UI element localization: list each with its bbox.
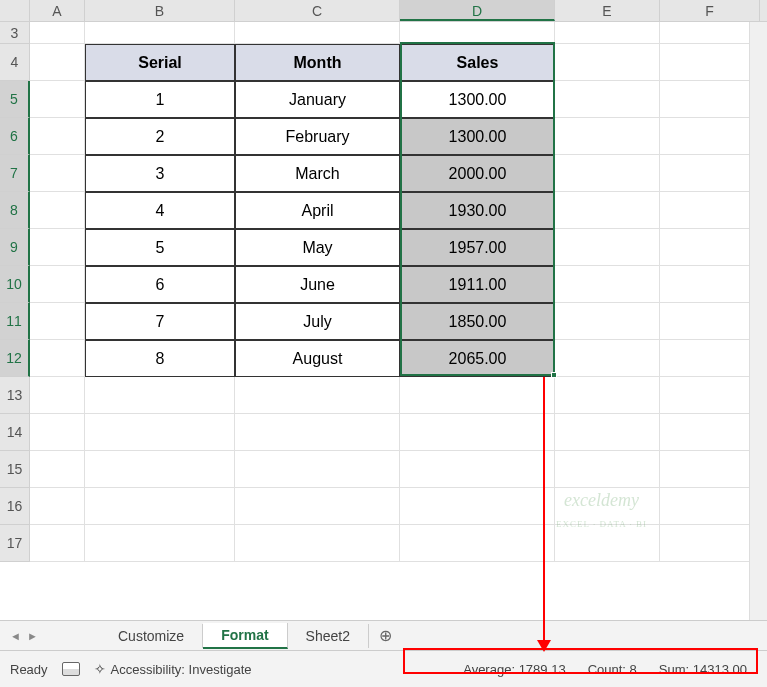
col-header-D[interactable]: D [400,0,555,21]
row-header-17[interactable]: 17 [0,525,30,562]
cell-F4[interactable] [660,44,760,81]
cell-E9[interactable] [555,229,660,266]
cell-C6[interactable]: February [235,118,400,155]
cell-F3[interactable] [660,22,760,44]
cell-F11[interactable] [660,303,760,340]
cell-C17[interactable] [235,525,400,562]
cell-F13[interactable] [660,377,760,414]
cell-F14[interactable] [660,414,760,451]
cell-B5[interactable]: 1 [85,81,235,118]
vertical-scrollbar[interactable] [749,22,767,620]
cell-A17[interactable] [30,525,85,562]
spreadsheet-grid[interactable]: A B C D E F 3 4 Serial Month Sales 5 [0,0,767,620]
cell-D9[interactable]: 1957.00 [400,229,555,266]
sheet-tab-sheet2[interactable]: Sheet2 [288,624,369,648]
row-header-4[interactable]: 4 [0,44,30,81]
col-header-B[interactable]: B [85,0,235,21]
cell-E11[interactable] [555,303,660,340]
cell-E12[interactable] [555,340,660,377]
cell-E3[interactable] [555,22,660,44]
cell-F12[interactable] [660,340,760,377]
cell-E7[interactable] [555,155,660,192]
cell-B17[interactable] [85,525,235,562]
cell-B3[interactable] [85,22,235,44]
cell-C3[interactable] [235,22,400,44]
row-header-5[interactable]: 5 [0,81,30,118]
cell-E13[interactable] [555,377,660,414]
col-header-E[interactable]: E [555,0,660,21]
row-header-11[interactable]: 11 [0,303,30,340]
cell-F16[interactable] [660,488,760,525]
cell-D16[interactable] [400,488,555,525]
cell-B8[interactable]: 4 [85,192,235,229]
cell-A6[interactable] [30,118,85,155]
cell-F8[interactable] [660,192,760,229]
cell-A15[interactable] [30,451,85,488]
cell-C5[interactable]: January [235,81,400,118]
cell-E6[interactable] [555,118,660,155]
row-header-8[interactable]: 8 [0,192,30,229]
cell-C13[interactable] [235,377,400,414]
cell-B9[interactable]: 5 [85,229,235,266]
cell-D17[interactable] [400,525,555,562]
cell-E14[interactable] [555,414,660,451]
cell-A10[interactable] [30,266,85,303]
row-header-10[interactable]: 10 [0,266,30,303]
cell-D8[interactable]: 1930.00 [400,192,555,229]
cell-B11[interactable]: 7 [85,303,235,340]
row-header-13[interactable]: 13 [0,377,30,414]
status-aggregates[interactable]: Average: 1789.13 Count: 8 Sum: 14313.00 [463,662,757,677]
select-all-corner[interactable] [0,0,30,21]
cell-A7[interactable] [30,155,85,192]
cell-E8[interactable] [555,192,660,229]
cell-C11[interactable]: July [235,303,400,340]
row-header-7[interactable]: 7 [0,155,30,192]
row-header-12[interactable]: 12 [0,340,30,377]
cell-A11[interactable] [30,303,85,340]
add-sheet-button[interactable]: ⊕ [369,622,402,649]
cell-F6[interactable] [660,118,760,155]
cell-B10[interactable]: 6 [85,266,235,303]
cell-A13[interactable] [30,377,85,414]
cell-B16[interactable] [85,488,235,525]
cell-B14[interactable] [85,414,235,451]
cell-B6[interactable]: 2 [85,118,235,155]
cell-A12[interactable] [30,340,85,377]
cell-A8[interactable] [30,192,85,229]
cell-F17[interactable] [660,525,760,562]
cell-F9[interactable] [660,229,760,266]
cell-C12[interactable]: August [235,340,400,377]
cell-E10[interactable] [555,266,660,303]
cell-C9[interactable]: May [235,229,400,266]
cell-D6[interactable]: 1300.00 [400,118,555,155]
row-header-9[interactable]: 9 [0,229,30,266]
cell-B7[interactable]: 3 [85,155,235,192]
cell-C16[interactable] [235,488,400,525]
cell-C8[interactable]: April [235,192,400,229]
cell-C10[interactable]: June [235,266,400,303]
tab-nav-buttons[interactable]: ◄ ► [8,628,40,644]
cell-D10[interactable]: 1911.00 [400,266,555,303]
row-header-16[interactable]: 16 [0,488,30,525]
cell-C14[interactable] [235,414,400,451]
cell-E15[interactable] [555,451,660,488]
cell-D14[interactable] [400,414,555,451]
table-header-serial[interactable]: Serial [85,44,235,81]
cell-A9[interactable] [30,229,85,266]
cell-A4[interactable] [30,44,85,81]
col-header-A[interactable]: A [30,0,85,21]
cell-D11[interactable]: 1850.00 [400,303,555,340]
col-header-C[interactable]: C [235,0,400,21]
cell-F7[interactable] [660,155,760,192]
cell-A14[interactable] [30,414,85,451]
cell-C7[interactable]: March [235,155,400,192]
cell-B12[interactable]: 8 [85,340,235,377]
table-header-month[interactable]: Month [235,44,400,81]
cell-F10[interactable] [660,266,760,303]
row-header-14[interactable]: 14 [0,414,30,451]
cell-A16[interactable] [30,488,85,525]
table-header-sales[interactable]: Sales [400,44,555,81]
tab-next-icon[interactable]: ► [25,628,40,644]
cell-B15[interactable] [85,451,235,488]
cell-D5[interactable]: 1300.00 [400,81,555,118]
